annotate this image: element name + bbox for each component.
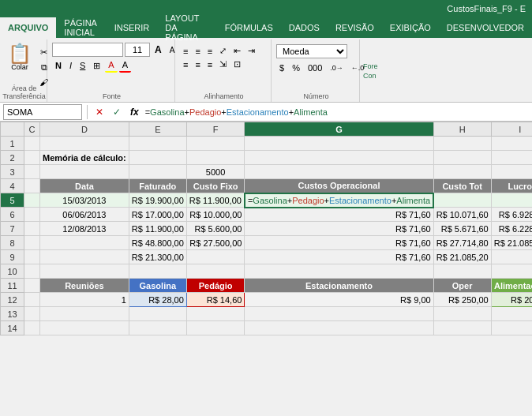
merge-button[interactable]: ⊡ — [230, 58, 244, 71]
col-g-header[interactable]: G — [245, 122, 433, 137]
cell-e8[interactable]: R$ 48.800,00 — [129, 236, 186, 250]
row-13-header[interactable]: 13 — [1, 307, 24, 321]
cell-c9[interactable] — [24, 250, 40, 264]
percent-button[interactable]: % — [289, 62, 303, 74]
cell-e6[interactable]: R$ 17.000,00 — [129, 208, 186, 222]
cell-f10[interactable] — [186, 264, 245, 279]
row-8-header[interactable]: 8 — [1, 236, 24, 250]
cell-c8[interactable] — [24, 236, 40, 250]
tab-layout[interactable]: LAYOUT DA PÁGINA — [157, 17, 216, 38]
wrap-text-button[interactable]: ⇲ — [216, 58, 230, 71]
cell-g9[interactable]: R$ 71,60 — [245, 250, 433, 264]
cell-d12[interactable]: 1 — [40, 293, 129, 307]
col-c-header[interactable]: C — [24, 122, 40, 137]
cell-c5[interactable] — [24, 193, 40, 208]
cell-f9[interactable] — [186, 250, 245, 264]
cell-d2[interactable]: Memória de cálculo: — [40, 151, 129, 165]
cell-c2[interactable] — [24, 151, 40, 165]
row-12-header[interactable]: 12 — [1, 293, 24, 307]
cell-c10[interactable] — [24, 264, 40, 279]
cell-h4[interactable]: Custo Tot — [433, 179, 491, 193]
cell-g7[interactable]: R$ 71,60 — [245, 222, 433, 236]
font-size-input[interactable] — [125, 43, 150, 57]
cell-i8[interactable]: R$ 21.085,20 — [491, 236, 532, 250]
cell-f1[interactable] — [186, 137, 245, 151]
row-1-header[interactable]: 1 — [1, 137, 24, 151]
cell-d10[interactable] — [40, 264, 129, 279]
cell-g1[interactable] — [245, 137, 433, 151]
tab-formulas[interactable]: FÓRMULAS — [217, 17, 281, 38]
cell-g4[interactable]: Custos Operacional — [245, 179, 433, 193]
name-box[interactable] — [3, 104, 82, 120]
cell-i7[interactable]: R$ 6.228,40 — [491, 222, 532, 236]
cell-f6[interactable]: R$ 10.000,00 — [186, 208, 245, 222]
cell-i1[interactable] — [491, 137, 532, 151]
align-center-button[interactable]: ≡ — [192, 58, 203, 71]
cell-h10[interactable] — [433, 264, 491, 279]
number-format-select[interactable]: Moeda Geral Número Porcentagem — [276, 44, 347, 58]
cell-e13[interactable] — [129, 307, 186, 321]
cell-e9[interactable]: R$ 21.300,00 — [129, 250, 186, 264]
indent-increase-button[interactable]: ⇥ — [245, 44, 258, 58]
align-top-right-button[interactable]: ≡ — [204, 44, 215, 58]
cell-g11[interactable]: Estacionamento — [245, 279, 433, 293]
cell-i2[interactable] — [491, 151, 532, 165]
align-right-button[interactable]: ≡ — [204, 58, 215, 71]
cell-d9[interactable] — [40, 250, 129, 264]
tab-arquivo[interactable]: ARQUIVO — [0, 17, 56, 38]
italic-button[interactable]: I — [66, 59, 75, 72]
cell-g6[interactable]: R$ 71,60 — [245, 208, 433, 222]
cell-h8[interactable]: R$ 27.714,80 — [433, 236, 491, 250]
cell-f12[interactable]: R$ 14,60 — [186, 293, 245, 307]
cell-i14[interactable] — [491, 321, 532, 335]
cell-c12[interactable] — [24, 293, 40, 307]
spreadsheet-container[interactable]: C D E F G H I 1 — [0, 122, 532, 416]
cell-g10[interactable] — [245, 264, 433, 279]
tab-desenvolvedor[interactable]: DESENVOLVEDOR — [439, 17, 532, 38]
cell-e4[interactable]: Faturado — [129, 179, 186, 193]
fx-button[interactable]: fx — [127, 105, 142, 119]
cell-h14[interactable] — [433, 321, 491, 335]
cell-c11[interactable] — [24, 279, 40, 293]
cell-d4[interactable]: Data — [40, 179, 129, 193]
cell-h3[interactable] — [433, 165, 491, 179]
cell-d3[interactable] — [40, 165, 129, 179]
cell-g2[interactable] — [245, 151, 433, 165]
cell-d7[interactable]: 12/08/2013 — [40, 222, 129, 236]
cell-h12[interactable]: R$ 250,00 — [433, 293, 491, 307]
text-direction-button[interactable]: ⤢ — [216, 44, 230, 58]
cancel-formula-button[interactable]: ✕ — [92, 105, 107, 119]
cell-e3[interactable] — [129, 165, 186, 179]
cell-i9[interactable] — [491, 250, 532, 264]
cell-f3[interactable]: 5000 — [186, 165, 245, 179]
font-name-input[interactable] — [52, 43, 123, 57]
cell-i13[interactable] — [491, 307, 532, 321]
indent-decrease-button[interactable]: ⇤ — [230, 44, 244, 58]
increase-decimal-button[interactable]: .0→ — [327, 62, 347, 73]
cell-d14[interactable] — [40, 321, 129, 335]
currency-button[interactable]: $ — [276, 62, 287, 74]
cell-d1[interactable] — [40, 137, 129, 151]
cell-g13[interactable] — [245, 307, 433, 321]
cell-i12[interactable]: R$ 20,00 — [491, 293, 532, 307]
cell-e5[interactable]: R$ 19.900,00 — [129, 193, 186, 208]
underline-button[interactable]: S — [77, 59, 88, 72]
confirm-formula-button[interactable]: ✓ — [110, 105, 124, 119]
col-i-header[interactable]: I — [491, 122, 532, 137]
row-11-header[interactable]: 11 — [1, 279, 24, 293]
cell-g5[interactable]: =Gasolina+Pedagio+Estacionamento+Aliment… — [245, 193, 433, 208]
font-color-button[interactable]: A — [119, 58, 131, 73]
cell-d6[interactable]: 06/06/2013 — [40, 208, 129, 222]
cell-d11[interactable]: Reuniões — [40, 279, 129, 293]
cell-e10[interactable] — [129, 264, 186, 279]
cell-c1[interactable] — [24, 137, 40, 151]
cell-i4[interactable]: Lucro — [491, 179, 532, 193]
row-7-header[interactable]: 7 — [1, 222, 24, 236]
tab-revisao[interactable]: REVISÃO — [328, 17, 382, 38]
cell-h2[interactable] — [433, 151, 491, 165]
tab-pagina-inicial[interactable]: PÁGINA INICIAL — [56, 17, 106, 38]
col-h-header[interactable]: H — [433, 122, 491, 137]
cell-h13[interactable] — [433, 307, 491, 321]
row-2-header[interactable]: 2 — [1, 151, 24, 165]
cell-c4[interactable] — [24, 179, 40, 193]
